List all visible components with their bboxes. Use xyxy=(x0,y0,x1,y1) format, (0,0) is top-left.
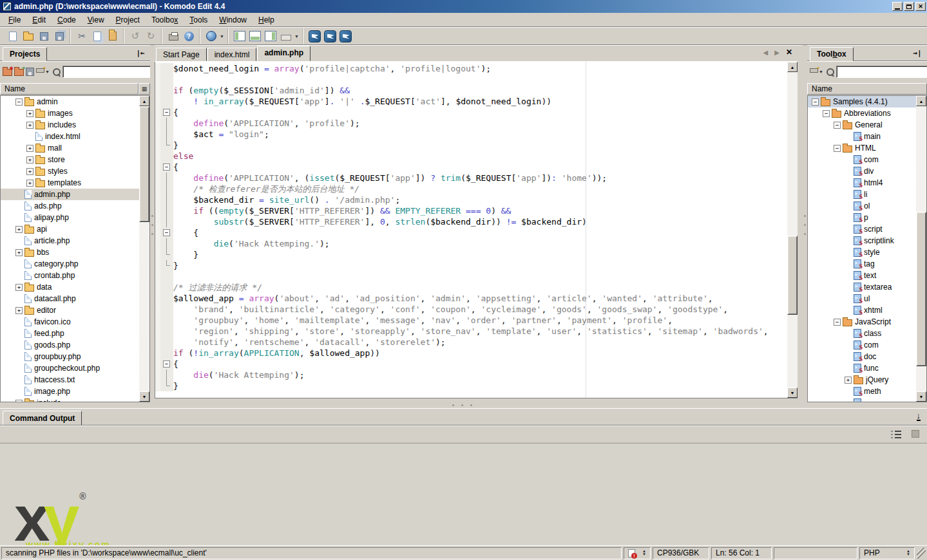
tree-item-meth[interactable]: meth xyxy=(808,386,916,397)
tree-item-groupbuy.php[interactable]: groupbuy.php xyxy=(1,351,139,362)
expand-icon[interactable]: + xyxy=(15,249,23,256)
tree-item-div[interactable]: div xyxy=(808,165,916,177)
expand-icon[interactable]: + xyxy=(26,168,33,175)
minimize-icon[interactable] xyxy=(892,2,903,11)
toolbox-tree[interactable]: −Samples (4.4.1)−Abbreviations−Generalma… xyxy=(807,95,927,402)
fold-collapse-icon[interactable]: − xyxy=(163,109,170,116)
collapse-icon[interactable]: − xyxy=(812,98,819,106)
tab-start-page[interactable]: Start Page xyxy=(156,48,207,61)
tree-item-main[interactable]: main xyxy=(808,131,916,142)
scroll-thumb[interactable] xyxy=(787,236,798,315)
tree-item-partial[interactable] xyxy=(808,397,916,402)
tab-toolbox[interactable]: Toolbox xyxy=(810,47,854,61)
redo-icon[interactable]: ↻ xyxy=(144,29,158,43)
tree-item-index.html[interactable]: index.html xyxy=(1,131,139,142)
tree-item-ul[interactable]: ul xyxy=(808,293,916,304)
menu-edit[interactable]: Edit xyxy=(26,14,52,26)
tree-item-category.php[interactable]: category.php xyxy=(1,258,139,270)
tree-item-datacall.php[interactable]: datacall.php xyxy=(1,293,139,304)
tree-item-ads.php[interactable]: ads.php xyxy=(1,200,139,212)
tree-item-goods.php[interactable]: goods.php xyxy=(1,339,139,351)
toggle-left-pane-icon[interactable] xyxy=(233,29,247,43)
preview-browser-icon[interactable] xyxy=(204,29,218,43)
scroll-down-icon[interactable]: ▼ xyxy=(139,391,149,402)
copy-icon[interactable] xyxy=(90,29,104,43)
tree-item-com[interactable]: com xyxy=(808,154,916,165)
tree-item-admin[interactable]: −admin xyxy=(1,96,139,107)
expand-icon[interactable]: + xyxy=(15,226,23,233)
collapse-icon[interactable]: − xyxy=(834,145,841,152)
close-icon[interactable]: ✕ xyxy=(915,2,926,11)
tree-item-alipay.php[interactable]: alipay.php xyxy=(1,212,139,223)
tree-item-bbs[interactable]: +bbs xyxy=(1,247,139,258)
tree-item-images[interactable]: +images xyxy=(1,107,139,119)
collapse-icon[interactable]: − xyxy=(834,319,841,326)
collapse-left-panel-icon[interactable]: |← xyxy=(135,48,146,58)
left-splitter[interactable] xyxy=(150,45,155,403)
right-splitter[interactable] xyxy=(803,45,807,403)
collapse-icon[interactable]: − xyxy=(823,110,830,117)
menu-tools[interactable]: Tools xyxy=(184,14,213,26)
undo-icon[interactable]: ↺ xyxy=(128,29,142,43)
tree-item-abbreviations[interactable]: −Abbreviations xyxy=(808,107,916,119)
projects-tree[interactable]: −admin+images+includesindex.html+mall+st… xyxy=(0,95,150,402)
tree-item-html[interactable]: −HTML xyxy=(808,142,916,154)
code-area[interactable]: $donot_need_login = array('profile|captc… xyxy=(155,62,787,398)
filter-icon[interactable]: ▼ xyxy=(36,64,50,79)
projects-scrollbar[interactable]: ▲ ▼ xyxy=(139,96,149,402)
paste-icon[interactable] xyxy=(106,29,120,43)
tree-item-data[interactable]: +data xyxy=(1,281,139,293)
scroll-down-icon[interactable]: ▼ xyxy=(787,387,798,398)
tree-item-html4[interactable]: html4 xyxy=(808,177,916,189)
tree-item-general[interactable]: −General xyxy=(808,119,916,131)
fold-collapse-icon[interactable]: − xyxy=(163,360,170,368)
komodo-send-icon[interactable] xyxy=(323,29,337,43)
tree-item-samples--4.4.1-[interactable]: −Samples (4.4.1) xyxy=(808,96,916,107)
expand-icon[interactable]: + xyxy=(26,156,33,163)
new-project-icon[interactable] xyxy=(3,64,12,79)
tree-item-scriptlink[interactable]: scriptlink xyxy=(808,235,916,247)
tree-item-li[interactable]: li xyxy=(808,189,916,200)
tree-item-jquery[interactable]: +jQuery xyxy=(808,374,916,386)
help-icon[interactable]: ? xyxy=(182,29,196,43)
scroll-down-icon[interactable]: ▼ xyxy=(916,391,926,402)
stop-icon[interactable] xyxy=(912,430,919,438)
tree-item-style[interactable]: style xyxy=(808,247,916,258)
tree-item-mall[interactable]: +mall xyxy=(1,142,139,154)
new-file-icon[interactable] xyxy=(6,29,20,43)
editor[interactable]: Start Pageindex.htmladmin.php ◀ ▶ ✕ $don… xyxy=(155,45,798,403)
output-splitter[interactable] xyxy=(0,403,927,408)
expand-icon[interactable]: + xyxy=(845,377,852,384)
tree-item-styles[interactable]: +styles xyxy=(1,165,139,177)
scroll-thumb[interactable] xyxy=(139,106,149,222)
menu-project[interactable]: Project xyxy=(110,14,146,26)
tree-item-editor[interactable]: +editor xyxy=(1,304,139,316)
expand-icon[interactable]: + xyxy=(15,284,23,291)
cut-icon[interactable]: ✂ xyxy=(75,29,89,43)
encoding-segment[interactable]: CP936/GBK xyxy=(653,547,709,559)
close-tab-icon[interactable]: ✕ xyxy=(786,48,792,57)
save-icon[interactable] xyxy=(37,29,51,43)
tree-item-admin.php[interactable]: admin.php xyxy=(1,189,139,200)
tree-item-image.php[interactable]: image.php xyxy=(1,386,139,397)
fold-collapse-icon[interactable]: − xyxy=(163,229,170,236)
tree-item-xhtml[interactable]: xhtml xyxy=(808,304,916,316)
import-folder-icon[interactable] xyxy=(14,64,24,79)
tree-item-ol[interactable]: ol xyxy=(808,200,916,212)
fold-collapse-icon[interactable]: − xyxy=(163,163,170,171)
scroll-up-icon[interactable]: ▲ xyxy=(139,96,149,106)
tree-item-javascript[interactable]: −JavaScript xyxy=(808,316,916,328)
menu-file[interactable]: File xyxy=(3,14,26,26)
tree-item-script[interactable]: script xyxy=(808,223,916,235)
menu-window[interactable]: Window xyxy=(213,14,253,26)
expand-icon[interactable]: + xyxy=(15,307,23,314)
tree-item-tag[interactable]: tag xyxy=(808,258,916,270)
tree-item-groupcheckout.php[interactable]: groupcheckout.php xyxy=(1,362,139,374)
tab-index.html[interactable]: index.html xyxy=(207,48,257,61)
save-all-icon[interactable] xyxy=(52,29,66,43)
tree-item-textarea[interactable]: textarea xyxy=(808,281,916,293)
collapse-right-panel-icon[interactable]: →| xyxy=(912,48,923,58)
tree-item-templates[interactable]: +templates xyxy=(1,177,139,189)
tree-item-article.php[interactable]: article.php xyxy=(1,235,139,247)
name-column-header[interactable]: Name xyxy=(0,83,139,95)
